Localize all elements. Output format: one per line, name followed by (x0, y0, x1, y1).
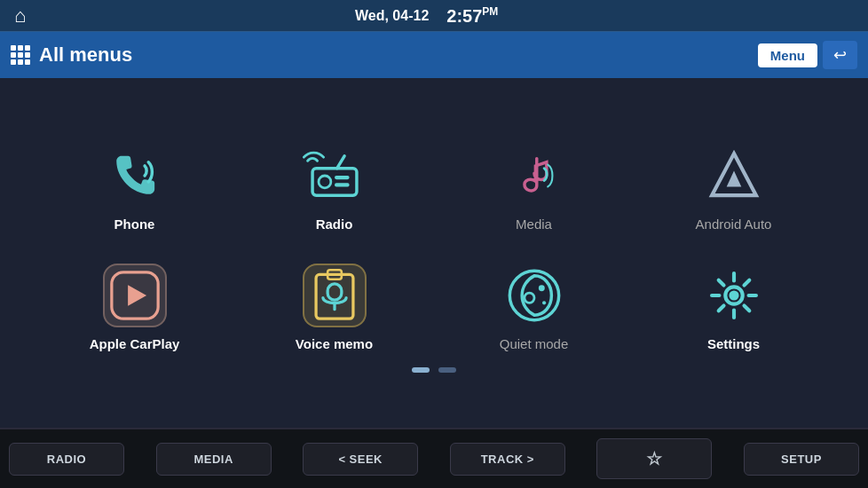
radio-icon (303, 144, 367, 208)
date-display: Wed, 04-12 (355, 8, 429, 24)
phone-icon (103, 144, 167, 208)
android-auto-icon-wrap (702, 144, 766, 208)
settings-icon (702, 264, 766, 327)
svg-line-20 (718, 280, 723, 286)
nav-right-buttons: Menu ↩ (758, 41, 857, 69)
main-content: Phone Radio (0, 78, 868, 428)
phone-label: Phone (114, 216, 155, 232)
svg-line-22 (744, 280, 749, 286)
status-bar: ⌂ Wed, 04-12 2:57PM (0, 0, 868, 32)
settings-label: Settings (707, 336, 760, 351)
voice-memo-icon (304, 265, 365, 326)
media-icon (502, 144, 566, 208)
svg-line-23 (718, 305, 723, 311)
menu-item-media[interactable]: Media (434, 130, 634, 240)
quiet-mode-label: Quiet mode (500, 336, 569, 351)
menu-item-quiet-mode[interactable]: Quiet mode (434, 249, 634, 360)
pagination (412, 367, 456, 373)
menu-item-settings[interactable]: Settings (634, 249, 833, 360)
back-button[interactable]: ↩ (823, 41, 857, 69)
svg-point-11 (538, 285, 544, 291)
quiet-mode-icon-wrap (502, 264, 566, 327)
svg-rect-8 (327, 284, 342, 300)
menu-item-apple-carplay[interactable]: Apple CarPlay (35, 249, 234, 360)
svg-rect-3 (335, 176, 350, 179)
menu-grid: Phone Radio (35, 130, 833, 360)
date-time: Wed, 04-12 2:57PM (355, 5, 498, 27)
bottom-bar: RADIO MEDIA < SEEK TRACK > ☆ SETUP (0, 428, 868, 488)
svg-rect-6 (316, 274, 353, 319)
svg-line-21 (744, 305, 749, 311)
carplay-label: Apple CarPlay (90, 336, 180, 351)
menu-item-android-auto[interactable]: Android Auto (634, 130, 833, 240)
settings-icon-wrap (702, 264, 766, 327)
carplay-icon-wrap (103, 264, 167, 327)
svg-rect-4 (335, 183, 350, 186)
nav-bar: All menus Menu ↩ (0, 32, 868, 78)
pagination-dot-1[interactable] (412, 367, 430, 373)
home-icon[interactable]: ⌂ (14, 4, 26, 28)
android-auto-label: Android Auto (696, 216, 772, 232)
svg-point-2 (319, 176, 331, 188)
menu-button[interactable]: Menu (758, 43, 817, 67)
quiet-mode-icon (502, 264, 566, 327)
menu-item-phone[interactable]: Phone (35, 130, 234, 240)
favorite-button[interactable]: ☆ (596, 438, 712, 479)
radio-label: Radio (316, 216, 353, 232)
seek-button[interactable]: < SEEK (303, 443, 418, 476)
radio-button[interactable]: RADIO (9, 443, 124, 476)
setup-button[interactable]: SETUP (744, 443, 859, 476)
radio-icon-wrap (303, 144, 367, 208)
carplay-icon (105, 265, 165, 326)
voice-memo-icon-wrap (303, 264, 367, 327)
menu-item-voice-memo[interactable]: Voice memo (234, 249, 434, 360)
grid-icon (11, 45, 30, 65)
media-icon-wrap (502, 144, 566, 208)
voice-memo-label: Voice memo (296, 336, 373, 351)
track-button[interactable]: TRACK > (450, 443, 565, 476)
svg-point-13 (542, 301, 546, 304)
media-button[interactable]: MEDIA (156, 443, 272, 476)
pagination-dot-2[interactable] (438, 367, 456, 373)
svg-line-0 (336, 156, 343, 169)
svg-point-15 (729, 290, 738, 300)
android-auto-icon (702, 144, 766, 208)
phone-icon-wrap (103, 144, 167, 208)
all-menus-title: All menus (11, 43, 132, 67)
menu-item-radio[interactable]: Radio (234, 130, 434, 240)
time-display: 2:57PM (446, 5, 498, 27)
media-label: Media (516, 216, 552, 232)
